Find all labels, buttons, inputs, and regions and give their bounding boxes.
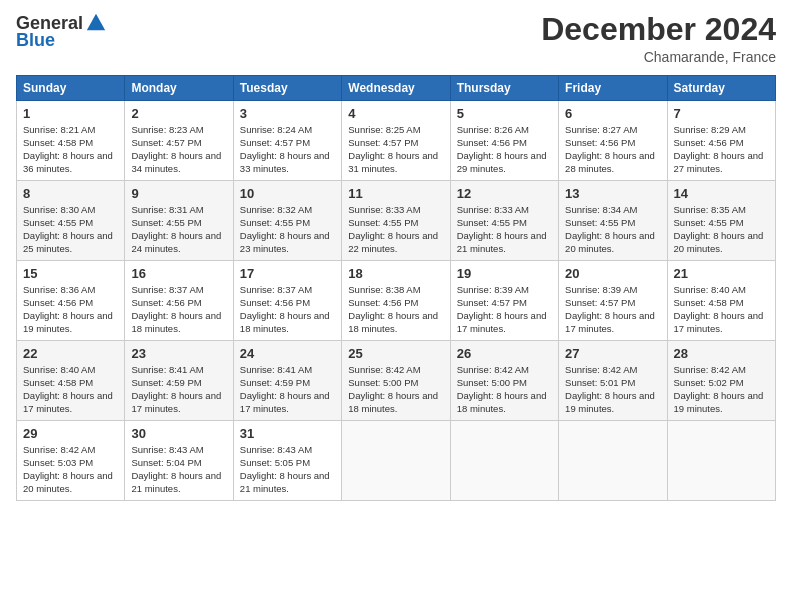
calendar-cell: 11Sunrise: 8:33 AMSunset: 4:55 PMDayligh… <box>342 181 450 261</box>
day-info: Sunrise: 8:33 AMSunset: 4:55 PMDaylight:… <box>348 204 443 255</box>
calendar-cell <box>667 421 775 500</box>
day-number: 31 <box>240 425 335 443</box>
calendar-cell: 13Sunrise: 8:34 AMSunset: 4:55 PMDayligh… <box>559 181 667 261</box>
day-number: 26 <box>457 345 552 363</box>
calendar-cell: 21Sunrise: 8:40 AMSunset: 4:58 PMDayligh… <box>667 261 775 341</box>
day-info: Sunrise: 8:42 AMSunset: 5:02 PMDaylight:… <box>674 364 769 415</box>
location: Chamarande, France <box>541 49 776 65</box>
calendar-cell: 15Sunrise: 8:36 AMSunset: 4:56 PMDayligh… <box>17 261 125 341</box>
day-number: 29 <box>23 425 118 443</box>
day-info: Sunrise: 8:21 AMSunset: 4:58 PMDaylight:… <box>23 124 118 175</box>
day-number: 4 <box>348 105 443 123</box>
logo-icon <box>85 12 107 34</box>
day-info: Sunrise: 8:42 AMSunset: 5:03 PMDaylight:… <box>23 444 118 495</box>
calendar-cell <box>559 421 667 500</box>
day-info: Sunrise: 8:42 AMSunset: 5:01 PMDaylight:… <box>565 364 660 415</box>
day-number: 6 <box>565 105 660 123</box>
page: General Blue December 2024 Chamarande, F… <box>0 0 792 612</box>
day-number: 11 <box>348 185 443 203</box>
col-sunday: Sunday <box>17 76 125 101</box>
header: General Blue December 2024 Chamarande, F… <box>16 12 776 65</box>
calendar-week-3: 15Sunrise: 8:36 AMSunset: 4:56 PMDayligh… <box>17 261 776 341</box>
calendar-cell: 2Sunrise: 8:23 AMSunset: 4:57 PMDaylight… <box>125 101 233 181</box>
day-number: 23 <box>131 345 226 363</box>
calendar-cell: 30Sunrise: 8:43 AMSunset: 5:04 PMDayligh… <box>125 421 233 500</box>
day-info: Sunrise: 8:41 AMSunset: 4:59 PMDaylight:… <box>240 364 335 415</box>
calendar-week-4: 22Sunrise: 8:40 AMSunset: 4:58 PMDayligh… <box>17 341 776 421</box>
day-info: Sunrise: 8:26 AMSunset: 4:56 PMDaylight:… <box>457 124 552 175</box>
day-number: 9 <box>131 185 226 203</box>
calendar-table: Sunday Monday Tuesday Wednesday Thursday… <box>16 75 776 500</box>
day-info: Sunrise: 8:36 AMSunset: 4:56 PMDaylight:… <box>23 284 118 335</box>
calendar-cell: 19Sunrise: 8:39 AMSunset: 4:57 PMDayligh… <box>450 261 558 341</box>
day-number: 20 <box>565 265 660 283</box>
day-number: 10 <box>240 185 335 203</box>
calendar-cell: 8Sunrise: 8:30 AMSunset: 4:55 PMDaylight… <box>17 181 125 261</box>
calendar-week-5: 29Sunrise: 8:42 AMSunset: 5:03 PMDayligh… <box>17 421 776 500</box>
day-info: Sunrise: 8:30 AMSunset: 4:55 PMDaylight:… <box>23 204 118 255</box>
day-number: 27 <box>565 345 660 363</box>
day-number: 7 <box>674 105 769 123</box>
calendar-cell: 7Sunrise: 8:29 AMSunset: 4:56 PMDaylight… <box>667 101 775 181</box>
header-row: Sunday Monday Tuesday Wednesday Thursday… <box>17 76 776 101</box>
calendar-cell: 5Sunrise: 8:26 AMSunset: 4:56 PMDaylight… <box>450 101 558 181</box>
day-info: Sunrise: 8:23 AMSunset: 4:57 PMDaylight:… <box>131 124 226 175</box>
day-info: Sunrise: 8:29 AMSunset: 4:56 PMDaylight:… <box>674 124 769 175</box>
day-info: Sunrise: 8:43 AMSunset: 5:04 PMDaylight:… <box>131 444 226 495</box>
day-number: 13 <box>565 185 660 203</box>
calendar-cell: 12Sunrise: 8:33 AMSunset: 4:55 PMDayligh… <box>450 181 558 261</box>
day-number: 3 <box>240 105 335 123</box>
day-number: 1 <box>23 105 118 123</box>
col-tuesday: Tuesday <box>233 76 341 101</box>
calendar-cell: 22Sunrise: 8:40 AMSunset: 4:58 PMDayligh… <box>17 341 125 421</box>
day-number: 17 <box>240 265 335 283</box>
calendar-cell: 26Sunrise: 8:42 AMSunset: 5:00 PMDayligh… <box>450 341 558 421</box>
calendar-cell: 6Sunrise: 8:27 AMSunset: 4:56 PMDaylight… <box>559 101 667 181</box>
day-number: 8 <box>23 185 118 203</box>
day-info: Sunrise: 8:31 AMSunset: 4:55 PMDaylight:… <box>131 204 226 255</box>
day-number: 24 <box>240 345 335 363</box>
calendar-cell: 18Sunrise: 8:38 AMSunset: 4:56 PMDayligh… <box>342 261 450 341</box>
calendar-cell: 1Sunrise: 8:21 AMSunset: 4:58 PMDaylight… <box>17 101 125 181</box>
calendar-cell <box>342 421 450 500</box>
day-info: Sunrise: 8:37 AMSunset: 4:56 PMDaylight:… <box>131 284 226 335</box>
col-friday: Friday <box>559 76 667 101</box>
day-info: Sunrise: 8:33 AMSunset: 4:55 PMDaylight:… <box>457 204 552 255</box>
logo: General Blue <box>16 12 107 51</box>
day-info: Sunrise: 8:37 AMSunset: 4:56 PMDaylight:… <box>240 284 335 335</box>
calendar-cell: 23Sunrise: 8:41 AMSunset: 4:59 PMDayligh… <box>125 341 233 421</box>
calendar-week-1: 1Sunrise: 8:21 AMSunset: 4:58 PMDaylight… <box>17 101 776 181</box>
calendar-cell: 16Sunrise: 8:37 AMSunset: 4:56 PMDayligh… <box>125 261 233 341</box>
col-monday: Monday <box>125 76 233 101</box>
col-wednesday: Wednesday <box>342 76 450 101</box>
title-block: December 2024 Chamarande, France <box>541 12 776 65</box>
day-info: Sunrise: 8:40 AMSunset: 4:58 PMDaylight:… <box>23 364 118 415</box>
calendar-cell <box>450 421 558 500</box>
calendar-cell: 3Sunrise: 8:24 AMSunset: 4:57 PMDaylight… <box>233 101 341 181</box>
day-number: 15 <box>23 265 118 283</box>
calendar-cell: 17Sunrise: 8:37 AMSunset: 4:56 PMDayligh… <box>233 261 341 341</box>
day-info: Sunrise: 8:42 AMSunset: 5:00 PMDaylight:… <box>457 364 552 415</box>
calendar-cell: 9Sunrise: 8:31 AMSunset: 4:55 PMDaylight… <box>125 181 233 261</box>
day-info: Sunrise: 8:32 AMSunset: 4:55 PMDaylight:… <box>240 204 335 255</box>
day-info: Sunrise: 8:43 AMSunset: 5:05 PMDaylight:… <box>240 444 335 495</box>
day-info: Sunrise: 8:34 AMSunset: 4:55 PMDaylight:… <box>565 204 660 255</box>
day-number: 21 <box>674 265 769 283</box>
day-info: Sunrise: 8:24 AMSunset: 4:57 PMDaylight:… <box>240 124 335 175</box>
calendar-week-2: 8Sunrise: 8:30 AMSunset: 4:55 PMDaylight… <box>17 181 776 261</box>
logo-blue: Blue <box>16 30 55 50</box>
calendar-cell: 27Sunrise: 8:42 AMSunset: 5:01 PMDayligh… <box>559 341 667 421</box>
day-info: Sunrise: 8:35 AMSunset: 4:55 PMDaylight:… <box>674 204 769 255</box>
svg-marker-0 <box>87 14 105 31</box>
month-title: December 2024 <box>541 12 776 47</box>
day-number: 19 <box>457 265 552 283</box>
col-saturday: Saturday <box>667 76 775 101</box>
calendar-cell: 10Sunrise: 8:32 AMSunset: 4:55 PMDayligh… <box>233 181 341 261</box>
day-number: 12 <box>457 185 552 203</box>
day-info: Sunrise: 8:42 AMSunset: 5:00 PMDaylight:… <box>348 364 443 415</box>
day-number: 28 <box>674 345 769 363</box>
day-number: 18 <box>348 265 443 283</box>
calendar-cell: 31Sunrise: 8:43 AMSunset: 5:05 PMDayligh… <box>233 421 341 500</box>
day-info: Sunrise: 8:25 AMSunset: 4:57 PMDaylight:… <box>348 124 443 175</box>
calendar-cell: 20Sunrise: 8:39 AMSunset: 4:57 PMDayligh… <box>559 261 667 341</box>
